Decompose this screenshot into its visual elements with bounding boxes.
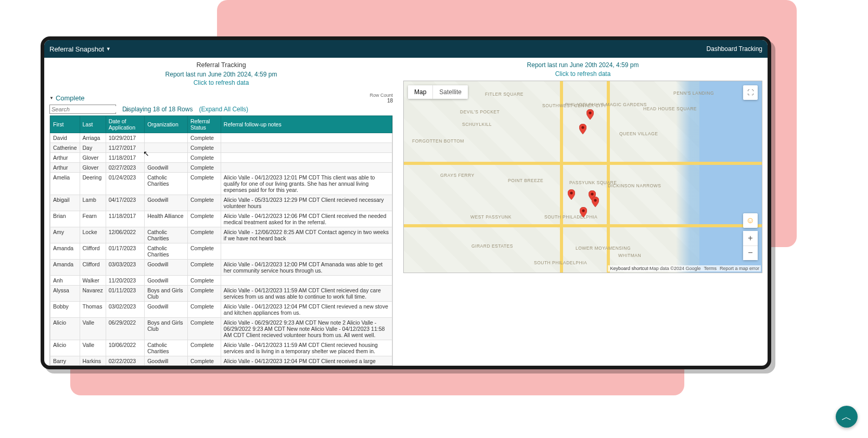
dashboard-title: Referral Snapshot	[49, 45, 104, 53]
map-pin[interactable]	[592, 197, 599, 207]
report-error-link[interactable]: Report a map error	[720, 266, 759, 271]
cell-org: Boys and Girls Club	[145, 286, 188, 302]
fullscreen-icon: ⛶	[747, 89, 754, 96]
map-attribution: Map data ©2024 Google Terms Report a map…	[648, 265, 761, 272]
cell-status: Complete	[187, 340, 221, 356]
column-header[interactable]: Last	[80, 116, 106, 133]
row-count: Row Count 18	[369, 93, 393, 104]
map-type-toggle: Map Satellite	[408, 85, 468, 99]
cell-first: Anh	[50, 276, 80, 286]
referrals-table: FirstLastDate of ApplicationOrganization…	[50, 115, 392, 366]
cell-first: Alyssa	[50, 286, 80, 302]
chevron-up-icon: ︿	[841, 410, 852, 424]
table-row[interactable]: AnhWalker11/20/2023GoodwillComplete	[50, 276, 392, 286]
table-row[interactable]: AlyssaNavarez01/11/2023Boys and Girls Cl…	[50, 286, 392, 302]
map-report-last-run: Report last run June 20th 2024, 4:59 pm	[403, 61, 762, 70]
map-label: SOUTH PHILADELPHIA	[544, 214, 597, 220]
cell-last: Valle	[80, 318, 106, 340]
table-row[interactable]: AbigailLamb04/17/2023GoodwillCompleteAli…	[50, 195, 392, 211]
zoom-out-button[interactable]: −	[743, 246, 758, 260]
cell-first: Alicio	[50, 318, 80, 340]
road	[404, 224, 762, 227]
svg-point-4	[594, 199, 596, 201]
map-pin[interactable]	[586, 109, 594, 120]
search-input[interactable]	[50, 106, 125, 112]
table-row[interactable]: DavidArriaga10/29/2017Complete	[50, 133, 392, 143]
expand-all-link[interactable]: (Expand All Cells)	[199, 106, 248, 113]
map-pin[interactable]	[568, 189, 575, 200]
cell-status: Complete	[187, 163, 221, 173]
svg-point-2	[570, 191, 572, 194]
map[interactable]: FITLER SQUAREDEVIL'S POCKETSCHUYLKILLFOR…	[403, 81, 762, 273]
table-row[interactable]: AlicioValle10/06/2022Catholic CharitiesC…	[50, 340, 392, 356]
zoom-in-button[interactable]: +	[743, 231, 758, 246]
cell-date: 03/02/2023	[106, 302, 145, 318]
cell-notes	[221, 143, 392, 153]
cell-org: Health Alliance	[145, 211, 188, 227]
cell-notes: Alicio Valle - 04/12/2023 12:01 PM CDT T…	[221, 173, 392, 195]
table-row[interactable]: AmeliaDeering01/24/2023Catholic Charitie…	[50, 173, 392, 195]
table-row[interactable]: ArthurGlover11/18/2017Complete	[50, 153, 392, 163]
cell-date: 01/17/2023	[106, 243, 145, 260]
cell-last: Lamb	[80, 195, 106, 211]
table-row[interactable]: AmandaClifford03/03/2023GoodwillComplete…	[50, 260, 392, 276]
cell-org: Catholic Charities	[145, 243, 188, 260]
cell-notes	[221, 243, 392, 260]
cell-status: Complete	[187, 153, 221, 163]
keyboard-shortcuts-link[interactable]: Keyboard shortcuts	[608, 265, 653, 272]
cell-date: 04/17/2023	[106, 195, 145, 211]
cell-last: Locke	[80, 227, 106, 243]
cell-notes: Alicio Valle - 06/29/2022 9:23 AM CDT Ne…	[221, 318, 392, 340]
cell-notes: Alicio Valle - 04/12/2023 12:04 PM CDT C…	[221, 356, 392, 366]
cell-notes: Alicio Valle - 04/12/2023 11:59 AM CDT C…	[221, 340, 392, 356]
table-row[interactable]: BarryHarkins02/22/2023GoodwillCompleteAl…	[50, 356, 392, 366]
cell-org: Goodwill	[145, 356, 188, 366]
table-row[interactable]: AmandaClifford01/17/2023Catholic Chariti…	[50, 243, 392, 260]
map-type-map[interactable]: Map	[408, 85, 432, 99]
cell-notes: Alicio Valle - 05/31/2023 12:29 PM CDT C…	[221, 195, 392, 211]
svg-point-5	[582, 209, 584, 212]
map-pin[interactable]	[579, 124, 586, 134]
cell-date: 11/18/2017	[106, 211, 145, 227]
map-label: POINT BREEZE	[508, 178, 543, 183]
app-window: Referral Snapshot ▼ Dashboard Tracking R…	[41, 36, 771, 369]
scroll-to-top-fab[interactable]: ︿	[836, 406, 858, 428]
cell-date: 10/06/2022	[106, 340, 145, 356]
map-canvas[interactable]: FITLER SQUAREDEVIL'S POCKETSCHUYLKILLFOR…	[404, 81, 762, 273]
cell-notes	[221, 153, 392, 163]
column-header[interactable]: Organization	[145, 116, 188, 133]
column-header[interactable]: Referral Status	[187, 116, 221, 133]
cell-status: Complete	[187, 260, 221, 276]
referral-table-pane: Referral Tracking Report last run June 2…	[49, 61, 393, 366]
cell-status: Complete	[187, 195, 221, 211]
map-label: LOWER MOYAMENSING	[576, 246, 631, 251]
column-header[interactable]: Referral follow-up notes	[221, 116, 392, 133]
table-row[interactable]: CatherineDay11/27/2017Complete	[50, 143, 392, 153]
pegman-button[interactable]: ☺	[743, 213, 758, 228]
dashboard-tracking-link[interactable]: Dashboard Tracking	[707, 45, 762, 53]
map-pin[interactable]	[580, 207, 587, 217]
section-toggle-complete[interactable]: ▼ Complete	[49, 94, 85, 102]
dashboard-title-dropdown[interactable]: Referral Snapshot ▼	[49, 45, 111, 53]
table-row[interactable]: BrianFearn11/18/2017Health AllianceCompl…	[50, 211, 392, 227]
topbar: Referral Snapshot ▼ Dashboard Tracking	[44, 40, 768, 58]
table-row[interactable]: ArthurGlover02/27/2023GoodwillComplete	[50, 163, 392, 173]
refresh-data-link[interactable]: Click to refresh data	[49, 79, 393, 87]
cell-date: 11/18/2017	[106, 153, 145, 163]
map-label: SOUTH PHILADELPHIA	[534, 260, 587, 265]
cell-date: 02/22/2023	[106, 356, 145, 366]
column-header[interactable]: Date of Application	[106, 116, 145, 133]
cell-last: Valle	[80, 340, 106, 356]
cell-status: Complete	[187, 276, 221, 286]
column-header[interactable]: First	[50, 116, 80, 133]
table-row[interactable]: BobbyThomas03/02/2023GoodwillCompleteAli…	[50, 302, 392, 318]
terms-link[interactable]: Terms	[704, 266, 717, 271]
table-row[interactable]: AlicioValle06/29/2022Boys and Girls Club…	[50, 318, 392, 340]
cell-org: Boys and Girls Club	[145, 318, 188, 340]
map-type-satellite[interactable]: Satellite	[432, 85, 468, 99]
search-box[interactable]: ⌕	[49, 105, 116, 114]
table-row[interactable]: AmyLocke12/06/2022Catholic CharitiesComp…	[50, 227, 392, 243]
table-scroll[interactable]: FirstLastDate of ApplicationOrganization…	[49, 115, 393, 366]
map-refresh-link[interactable]: Click to refresh data	[403, 70, 762, 79]
fullscreen-button[interactable]: ⛶	[743, 85, 758, 100]
